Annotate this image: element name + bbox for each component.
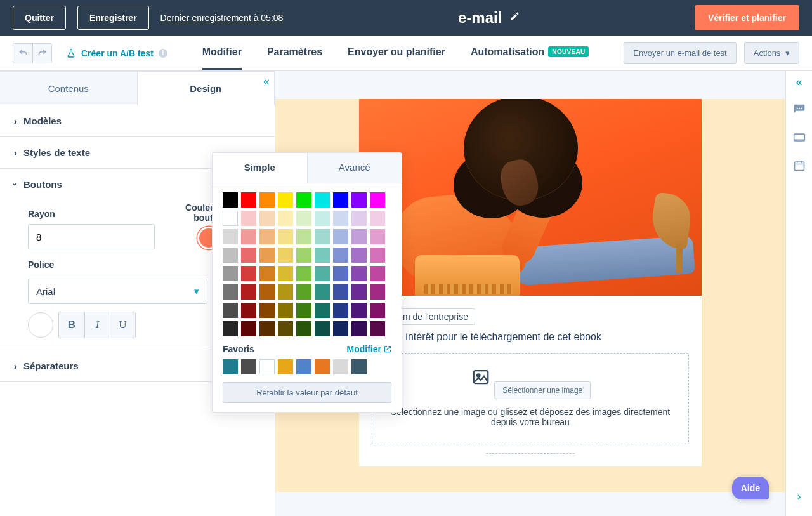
color-swatch[interactable] bbox=[278, 248, 293, 263]
color-swatch[interactable] bbox=[296, 284, 311, 300]
tab-contents[interactable]: Contenus bbox=[0, 71, 138, 105]
color-swatch[interactable] bbox=[241, 248, 256, 263]
color-swatch[interactable] bbox=[296, 303, 311, 318]
verify-schedule-button[interactable]: Vérifier et planifier bbox=[695, 5, 799, 30]
color-swatch[interactable] bbox=[351, 266, 367, 281]
reset-default-button[interactable]: Rétablir la valeur par défaut bbox=[223, 382, 391, 403]
color-swatch[interactable] bbox=[259, 192, 275, 208]
popover-tab-simple[interactable]: Simple bbox=[213, 153, 307, 183]
popover-tab-advanced[interactable]: Avancé bbox=[307, 153, 402, 183]
color-swatch[interactable] bbox=[223, 229, 238, 244]
tab-send[interactable]: Envoyer ou planifier bbox=[348, 36, 445, 70]
pencil-icon[interactable] bbox=[509, 11, 520, 24]
select-image-button[interactable]: Sélectionner une image bbox=[494, 381, 591, 399]
color-swatch[interactable] bbox=[315, 303, 330, 318]
color-swatch[interactable] bbox=[296, 192, 311, 208]
color-swatch[interactable] bbox=[296, 321, 311, 336]
color-swatch[interactable] bbox=[333, 248, 348, 263]
color-swatch[interactable] bbox=[259, 211, 275, 226]
color-swatch[interactable] bbox=[315, 266, 330, 281]
help-bubble[interactable]: Aide bbox=[732, 477, 769, 499]
accordion-models-header[interactable]: › Modèles bbox=[0, 105, 275, 136]
color-swatch[interactable] bbox=[241, 211, 256, 226]
color-swatch[interactable] bbox=[278, 284, 293, 300]
color-swatch[interactable] bbox=[241, 266, 256, 281]
favorites-modify-link[interactable]: Modifier bbox=[347, 344, 391, 354]
favorite-swatch[interactable] bbox=[333, 359, 348, 374]
color-swatch[interactable] bbox=[370, 321, 385, 336]
collapse-left-icon[interactable]: « bbox=[263, 75, 270, 88]
comments-icon[interactable] bbox=[792, 103, 806, 117]
color-swatch[interactable] bbox=[370, 248, 385, 263]
color-swatch[interactable] bbox=[370, 284, 385, 300]
color-swatch[interactable] bbox=[333, 192, 348, 208]
color-swatch[interactable] bbox=[241, 229, 256, 244]
color-swatch[interactable] bbox=[333, 211, 348, 226]
color-swatch[interactable] bbox=[333, 303, 348, 318]
color-swatch[interactable] bbox=[370, 192, 385, 208]
font-select[interactable]: Arial bbox=[28, 279, 207, 304]
send-test-button[interactable]: Envoyer un e-mail de test bbox=[624, 42, 736, 64]
save-button[interactable]: Enregistrer bbox=[77, 6, 149, 30]
color-swatch[interactable] bbox=[259, 284, 275, 300]
color-swatch[interactable] bbox=[315, 248, 330, 263]
radius-input[interactable] bbox=[29, 225, 155, 249]
tab-settings[interactable]: Paramètres bbox=[267, 36, 322, 70]
last-saved-link[interactable]: Dernier enregistrement à 05:08 bbox=[160, 13, 284, 23]
color-swatch[interactable] bbox=[351, 248, 367, 263]
color-swatch[interactable] bbox=[370, 266, 385, 281]
color-swatch[interactable] bbox=[278, 192, 293, 208]
favorite-swatch[interactable] bbox=[259, 359, 275, 374]
color-swatch[interactable] bbox=[333, 229, 348, 244]
lead-text[interactable]: e votre intérêt pour le téléchargement d… bbox=[372, 331, 689, 343]
color-swatch[interactable] bbox=[223, 266, 238, 281]
color-swatch[interactable] bbox=[315, 229, 330, 244]
color-swatch[interactable] bbox=[351, 192, 367, 208]
bold-button[interactable]: B bbox=[59, 312, 84, 338]
ab-test-link[interactable]: Créer un A/B test i bbox=[66, 48, 167, 58]
collapse-right-icon[interactable]: « bbox=[792, 75, 806, 89]
color-swatch[interactable] bbox=[241, 284, 256, 300]
color-swatch[interactable] bbox=[223, 303, 238, 318]
color-swatch[interactable] bbox=[351, 211, 367, 226]
favorite-swatch[interactable] bbox=[241, 359, 256, 374]
color-swatch[interactable] bbox=[241, 192, 256, 208]
color-swatch[interactable] bbox=[278, 321, 293, 336]
color-swatch[interactable] bbox=[296, 248, 311, 263]
color-swatch[interactable] bbox=[315, 321, 330, 336]
color-swatch[interactable] bbox=[259, 303, 275, 318]
color-swatch[interactable] bbox=[333, 284, 348, 300]
tab-edit[interactable]: Modifier bbox=[202, 36, 242, 70]
favorite-swatch[interactable] bbox=[223, 359, 238, 374]
color-swatch[interactable] bbox=[278, 211, 293, 226]
expand-right-icon[interactable]: › bbox=[797, 490, 801, 503]
color-swatch[interactable] bbox=[241, 303, 256, 318]
color-swatch[interactable] bbox=[351, 321, 367, 336]
color-swatch[interactable] bbox=[278, 303, 293, 318]
color-swatch[interactable] bbox=[223, 284, 238, 300]
hero-image[interactable] bbox=[359, 99, 702, 296]
color-swatch[interactable] bbox=[223, 321, 238, 336]
quit-button[interactable]: Quitter bbox=[13, 6, 66, 30]
color-swatch[interactable] bbox=[333, 266, 348, 281]
color-swatch[interactable] bbox=[296, 229, 311, 244]
color-swatch[interactable] bbox=[259, 229, 275, 244]
color-swatch[interactable] bbox=[296, 211, 311, 226]
color-swatch[interactable] bbox=[259, 266, 275, 281]
favorite-swatch[interactable] bbox=[278, 359, 293, 374]
color-swatch[interactable] bbox=[241, 321, 256, 336]
color-swatch[interactable] bbox=[223, 248, 238, 263]
color-swatch[interactable] bbox=[278, 229, 293, 244]
calendar-icon[interactable] bbox=[792, 159, 806, 173]
tab-design[interactable]: Design bbox=[138, 71, 275, 105]
image-dropzone[interactable]: Sélectionner une image Sélectionnez une … bbox=[372, 353, 689, 444]
underline-button[interactable]: U bbox=[110, 312, 135, 338]
color-swatch[interactable] bbox=[315, 192, 330, 208]
devices-icon[interactable] bbox=[792, 131, 806, 145]
color-swatch[interactable] bbox=[370, 303, 385, 318]
color-swatch[interactable] bbox=[370, 229, 385, 244]
color-swatch[interactable] bbox=[351, 284, 367, 300]
undo-button[interactable] bbox=[13, 44, 32, 63]
color-swatch[interactable] bbox=[278, 266, 293, 281]
color-swatch[interactable] bbox=[315, 284, 330, 300]
